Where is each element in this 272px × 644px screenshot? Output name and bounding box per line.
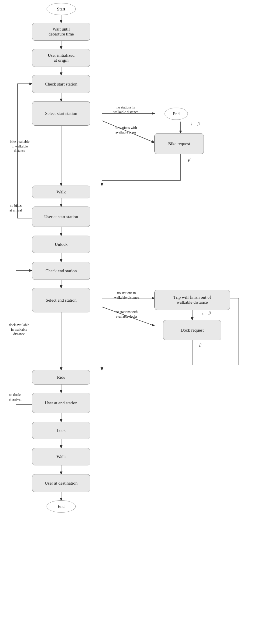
end-oval-top: End <box>165 108 188 120</box>
label-no-bikes-arrival: no bikes at arrival <box>4 204 27 213</box>
user-start-rect: User at start station <box>32 207 90 227</box>
user-end-rect: User at end station <box>32 393 90 413</box>
flowchart-diagram: Start Wait until departure time User ini… <box>0 0 272 644</box>
walk-rect: Walk <box>32 186 90 198</box>
check-start-rect: Check start station <box>32 75 90 93</box>
ride-rect: Ride <box>32 370 90 385</box>
label-dock-available: dock available in walkable distance <box>5 323 33 337</box>
lock-rect: Lock <box>32 422 90 439</box>
label-beta-top: β <box>183 157 195 162</box>
label-no-stations-docks: no stations with available docks <box>103 310 151 319</box>
select-start-rect: Select start station <box>32 101 90 126</box>
start-oval: Start <box>47 3 76 15</box>
label-one-minus-beta-top: 1 − β <box>183 122 207 127</box>
label-beta-bottom: β <box>195 343 206 348</box>
label-no-stations-walkable-start: no stations in walkable distance <box>103 105 149 114</box>
unlock-rect: Unlock <box>32 236 90 253</box>
end-oval-bottom: End <box>47 500 76 513</box>
arrows-svg <box>0 0 272 644</box>
trip-finish-rect: Trip will finish out of walkable distanc… <box>154 290 230 310</box>
label-no-stations-walkable-end: no stations in walkable distance <box>103 291 151 300</box>
label-no-docks-arrival: no docks at arrival <box>3 393 27 402</box>
user-init-rect: User initialized at origin <box>32 49 90 67</box>
bike-request-rect: Bike request <box>154 133 204 154</box>
check-end-rect: Check end station <box>32 262 90 280</box>
label-one-minus-beta-bottom: 1 − β <box>195 311 218 316</box>
select-end-rect: Select end station <box>32 288 90 312</box>
dock-request-rect: Dock request <box>163 320 221 340</box>
walk2-rect: Walk <box>32 448 90 465</box>
wait-rect: Wait until departure time <box>32 23 90 41</box>
label-no-stations-bikes: no stations with available bikes <box>103 126 149 135</box>
user-dest-rect: User at destination <box>32 474 90 492</box>
label-bike-available: bike available in walkable distance <box>6 140 33 153</box>
